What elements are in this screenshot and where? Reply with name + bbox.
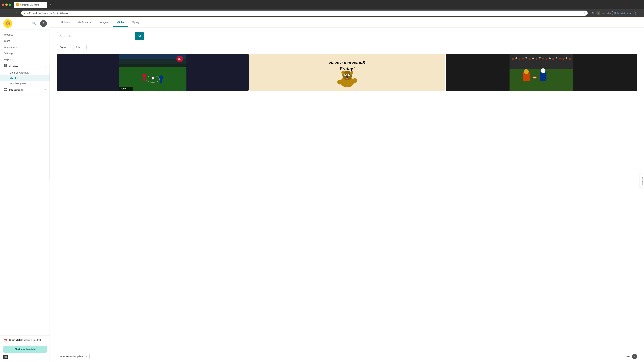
svg-point-57 [562, 58, 564, 60]
svg-point-63 [524, 69, 529, 74]
sidebar-section-integrations[interactable]: Integrations ▼ [0, 86, 50, 94]
footer-square-button[interactable] [3, 355, 8, 359]
gif-grid: MU KICK Have a marvelouS Friday! [50, 53, 644, 351]
svg-rect-17 [144, 78, 146, 81]
sidebar-item-appointments[interactable]: Appointments [0, 44, 50, 50]
sidebar-item-reports[interactable]: Reports [0, 56, 50, 62]
sidebar-bottom: ⏰ 89 days left to access a free trial. S… [0, 336, 50, 362]
svg-rect-41 [510, 54, 574, 71]
sidebar-item-label: Store [4, 39, 10, 42]
extensions-button[interactable]: ⊞ [590, 11, 595, 15]
feedback-tab[interactable]: Feedback [640, 174, 644, 188]
content-tabs: Uploads My Products Instagram Giphy My l… [50, 17, 644, 27]
filter-dropdown-arrow: ▾ [83, 46, 84, 48]
gif-item-friday[interactable]: Have a marvelouS Friday! [250, 54, 445, 91]
svg-text:Friday!: Friday! [340, 66, 354, 71]
svg-point-39 [352, 78, 357, 83]
bottom-bar: Most Recently Updated ▾ 1 – 25 of ? [50, 351, 644, 362]
gif-item-football[interactable] [446, 54, 637, 91]
sidebar-item-website[interactable]: Website [0, 31, 50, 38]
sort-arrow: ▾ [86, 356, 87, 358]
profile-button[interactable]: 🕵 [596, 11, 601, 15]
feedback-label: Feedback [641, 177, 644, 186]
trial-info: ⏰ 89 days left to access a free trial. [3, 338, 47, 344]
tab-uploads[interactable]: Uploads [57, 18, 74, 27]
svg-rect-6 [4, 90, 6, 91]
filter-label: Filter [76, 46, 81, 48]
browser-tab-active[interactable]: 🐵 Content | Mailchimp × [14, 2, 47, 8]
svg-point-59 [569, 58, 571, 60]
sidebar-item-store[interactable]: Store [0, 38, 50, 44]
tab-instagram[interactable]: Instagram [95, 18, 113, 27]
giphy-dropdown-arrow: ▾ [68, 46, 68, 48]
address-text: us21.admin.mailchimp.com/content/#giphy [27, 12, 582, 14]
svg-point-46 [526, 57, 527, 58]
refresh-button[interactable]: ↻ [15, 10, 20, 15]
sidebar-scroll-track [49, 29, 50, 362]
svg-rect-0 [4, 64, 6, 66]
integrations-section-label: Integrations [9, 88, 24, 91]
window-maximize-button[interactable] [9, 3, 11, 6]
new-tab-button[interactable]: + [48, 2, 53, 7]
tab-my-logo[interactable]: My logo [128, 18, 144, 27]
window-minimize-button[interactable] [5, 3, 8, 6]
browser-titlebar: 🐵 Content | Mailchimp × + [0, 0, 644, 9]
giphy-filter-dropdown[interactable]: Giphy ▾ [57, 44, 71, 50]
start-free-trial-button[interactable]: Start your free trial [3, 346, 47, 353]
forward-button[interactable]: → [8, 10, 14, 15]
svg-point-65 [541, 68, 546, 73]
sidebar-child-creative-assistant[interactable]: Creative Assistant [0, 70, 50, 75]
sort-label: Most Recently Updated [60, 355, 84, 358]
app-header: 🐵 🔍 S [0, 17, 50, 29]
user-avatar-button[interactable]: S [40, 20, 47, 27]
content-section-chevron: ▲ [44, 65, 46, 67]
svg-point-33 [349, 74, 350, 75]
header-actions: 🔍 S [31, 20, 47, 27]
sidebar-item-settings[interactable]: Settings [0, 50, 50, 56]
pagination-area: 1 – 25 of ? [621, 354, 638, 359]
sidebar-section-content[interactable]: Content ▲ [0, 62, 50, 70]
tab-close-button[interactable]: × [41, 3, 44, 6]
browser-menu-button[interactable]: ⋮ [637, 10, 642, 15]
back-button[interactable]: ← [2, 10, 7, 15]
filter-dropdown[interactable]: Filter ▾ [73, 44, 86, 50]
filter-section: Giphy ▾ Filter ▾ [50, 43, 644, 53]
gif-item-soccer[interactable]: MU KICK [57, 54, 249, 91]
svg-point-56 [559, 58, 561, 59]
app-layout: 🐵 🔍 S Website Store Appointments [0, 17, 644, 362]
svg-rect-5 [6, 88, 7, 89]
sidebar-child-email-templates[interactable]: Email templates [0, 81, 50, 86]
tab-my-products[interactable]: My Products [74, 18, 95, 27]
lock-icon: 🔒 [23, 12, 26, 14]
browser-tab-bar: 🐵 Content | Mailchimp × + [14, 2, 642, 8]
svg-text:MU: MU [178, 58, 181, 60]
tab-giphy[interactable]: Giphy [113, 18, 128, 27]
svg-point-45 [522, 58, 524, 59]
sidebar-item-label: Appointments [4, 45, 20, 48]
global-search-button[interactable]: 🔍 [31, 20, 38, 27]
trial-text: 89 days left to access a free trial. [9, 338, 41, 342]
search-input[interactable] [57, 35, 135, 37]
search-button[interactable] [135, 32, 144, 40]
svg-point-50 [539, 57, 541, 58]
tab-title: Content | Mailchimp [20, 3, 40, 6]
address-bar[interactable]: 🔒 us21.admin.mailchimp.com/content/#giph… [21, 10, 588, 15]
gif-football-svg [446, 54, 637, 91]
window-close-button[interactable] [2, 3, 4, 6]
gif-soccer-svg: MU KICK [57, 54, 249, 91]
svg-point-18 [159, 75, 163, 79]
svg-point-51 [542, 58, 544, 59]
content-section-label: Content [9, 65, 18, 68]
sidebar-child-my-files[interactable]: My files [0, 75, 50, 81]
browser-nav-actions: ⊞ 🕵 Incognito Relaunch to update ⋮ [590, 10, 642, 15]
bookmark-button[interactable]: ☆ [584, 12, 586, 14]
help-button[interactable]: ? [632, 354, 637, 359]
svg-point-58 [566, 57, 568, 59]
footer-square-inner [4, 356, 7, 358]
svg-rect-4 [4, 88, 6, 89]
sort-dropdown[interactable]: Most Recently Updated ▾ [57, 354, 90, 359]
incognito-icon: 🕵 [596, 11, 600, 15]
relaunch-button[interactable]: Relaunch to update [612, 11, 636, 15]
sidebar-scroll-thumb [49, 63, 50, 179]
logo[interactable]: 🐵 [3, 19, 12, 28]
